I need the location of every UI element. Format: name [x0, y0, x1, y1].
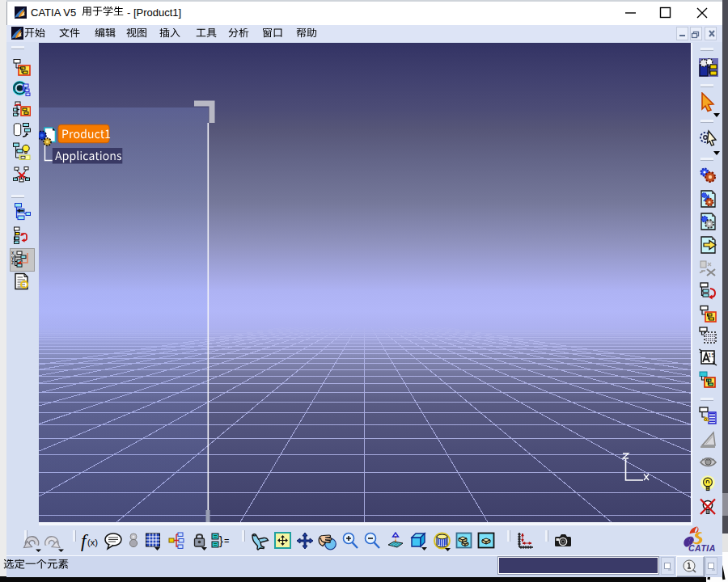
svg-text:(x): (x) — [87, 538, 98, 547]
svg-text:CATIA: CATIA — [688, 543, 716, 553]
svg-text:}: } — [219, 534, 223, 547]
svg-text:z: z — [11, 259, 14, 265]
svg-text:15: 15 — [708, 352, 715, 359]
svg-text:=: = — [224, 536, 229, 546]
